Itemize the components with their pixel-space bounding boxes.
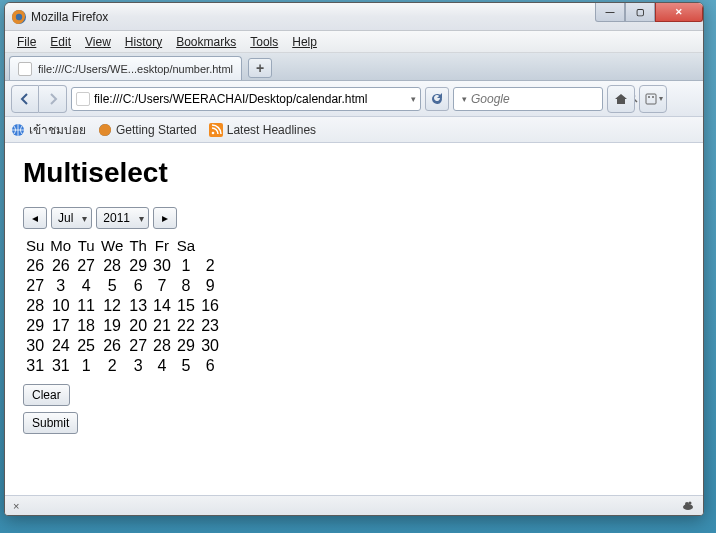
calendar-table: Su Mo Tu We Th Fr Sa 2626272829301227345… — [23, 235, 222, 376]
calendar-cell[interactable]: 28 — [23, 296, 47, 316]
calendar-cell[interactable]: 5 — [98, 276, 126, 296]
calendar-cell[interactable]: 3 — [126, 356, 150, 376]
bookmark-item-frequent[interactable]: เข้าชมบ่อย — [11, 120, 86, 139]
calendar-cell[interactable]: 3 — [47, 276, 74, 296]
clear-button[interactable]: Clear — [23, 384, 70, 406]
svg-point-14 — [211, 131, 214, 134]
url-bar[interactable]: ▾ — [71, 87, 421, 111]
calendar-cell[interactable]: 7 — [150, 276, 174, 296]
calendar-cell[interactable]: 26 — [47, 256, 74, 276]
calendar-cell[interactable]: 26 — [98, 336, 126, 356]
calendar-cell[interactable]: 6 — [198, 356, 222, 376]
calendar-cell[interactable]: 24 — [47, 336, 74, 356]
menu-file[interactable]: File — [11, 34, 42, 50]
calendar-cell[interactable]: 4 — [150, 356, 174, 376]
calendar-cell[interactable]: 30 — [198, 336, 222, 356]
menu-bar: File Edit View History Bookmarks Tools H… — [5, 31, 703, 53]
tab-bar: file:///C:/Users/WE...esktop/number.html… — [5, 53, 703, 81]
calendar-cell[interactable]: 29 — [174, 336, 198, 356]
search-input[interactable] — [471, 92, 622, 106]
dow-fr: Fr — [150, 235, 174, 256]
home-button[interactable] — [607, 85, 635, 113]
search-dropdown-icon[interactable]: ▾ — [462, 94, 467, 104]
calendar-cell[interactable]: 21 — [150, 316, 174, 336]
rss-icon — [209, 123, 223, 137]
calendar-cell[interactable]: 4 — [74, 276, 98, 296]
next-month-button[interactable]: ▸ — [153, 207, 177, 229]
svg-point-10 — [652, 96, 654, 98]
calendar-cell[interactable]: 25 — [74, 336, 98, 356]
menu-history[interactable]: History — [119, 34, 168, 50]
year-select[interactable]: 2011 — [96, 207, 149, 229]
calendar-cell[interactable]: 22 — [174, 316, 198, 336]
firefox-icon — [98, 123, 112, 137]
calendar-cell[interactable]: 29 — [126, 256, 150, 276]
menu-edit[interactable]: Edit — [44, 34, 77, 50]
calendar-cell[interactable]: 23 — [198, 316, 222, 336]
calendar-cell[interactable]: 20 — [126, 316, 150, 336]
minimize-button[interactable]: — — [595, 2, 625, 22]
calendar-cell[interactable]: 6 — [126, 276, 150, 296]
svg-point-9 — [648, 96, 650, 98]
status-left[interactable]: × — [13, 500, 19, 512]
calendar-cell[interactable]: 11 — [74, 296, 98, 316]
calendar-cell[interactable]: 17 — [47, 316, 74, 336]
close-button[interactable]: ✕ — [655, 2, 703, 22]
site-icon — [76, 92, 90, 106]
globe-icon — [11, 123, 25, 137]
calendar-cell[interactable]: 13 — [126, 296, 150, 316]
maximize-button[interactable]: ▢ — [625, 2, 655, 22]
submit-button[interactable]: Submit — [23, 412, 78, 434]
calendar-cell[interactable]: 1 — [74, 356, 98, 376]
calendar-row: 2917181920212223 — [23, 316, 222, 336]
svg-point-1 — [16, 13, 22, 19]
calendar-row: 2810111213141516 — [23, 296, 222, 316]
month-select[interactable]: Jul — [51, 207, 92, 229]
calendar-cell[interactable]: 2 — [198, 256, 222, 276]
calendar-cell[interactable]: 27 — [74, 256, 98, 276]
calendar-cell[interactable]: 30 — [150, 256, 174, 276]
calendar-cell[interactable]: 31 — [47, 356, 74, 376]
calendar-cell[interactable]: 28 — [150, 336, 174, 356]
calendar-cell[interactable]: 15 — [174, 296, 198, 316]
calendar-cell[interactable]: 8 — [174, 276, 198, 296]
calendar-cell[interactable]: 16 — [198, 296, 222, 316]
menu-view[interactable]: View — [79, 34, 117, 50]
calendar-cell[interactable]: 19 — [98, 316, 126, 336]
status-bar: × — [5, 495, 703, 515]
menu-tools[interactable]: Tools — [244, 34, 284, 50]
browser-tab[interactable]: file:///C:/Users/WE...esktop/number.html — [9, 56, 242, 80]
new-tab-button[interactable]: + — [248, 58, 272, 78]
calendar-cell[interactable]: 18 — [74, 316, 98, 336]
calendar-cell[interactable]: 10 — [47, 296, 74, 316]
prev-month-button[interactable]: ◂ — [23, 207, 47, 229]
bookmark-item-latest-headlines[interactable]: Latest Headlines — [209, 123, 316, 137]
forward-button[interactable] — [39, 85, 67, 113]
calendar-cell[interactable]: 27 — [126, 336, 150, 356]
calendar-cell[interactable]: 12 — [98, 296, 126, 316]
calendar-cell[interactable]: 1 — [174, 256, 198, 276]
search-box[interactable]: ▾ — [453, 87, 603, 111]
calendar-cell[interactable]: 5 — [174, 356, 198, 376]
calendar-cell[interactable]: 9 — [198, 276, 222, 296]
menu-bookmarks[interactable]: Bookmarks — [170, 34, 242, 50]
url-dropdown-icon[interactable]: ▾ — [411, 94, 416, 104]
calendar-cell[interactable]: 29 — [23, 316, 47, 336]
bookmarks-bar: เข้าชมบ่อย Getting Started Latest Headli… — [5, 117, 703, 143]
nav-toolbar: ▾ ▾ ▾ — [5, 81, 703, 117]
titlebar[interactable]: Mozilla Firefox — ▢ ✕ — [5, 3, 703, 31]
reload-button[interactable] — [425, 87, 449, 111]
calendar-cell[interactable]: 14 — [150, 296, 174, 316]
calendar-cell[interactable]: 31 — [23, 356, 47, 376]
bookmarks-button[interactable]: ▾ — [639, 85, 667, 113]
url-input[interactable] — [94, 92, 407, 106]
calendar-cell[interactable]: 2 — [98, 356, 126, 376]
bookmark-item-getting-started[interactable]: Getting Started — [98, 123, 197, 137]
back-button[interactable] — [11, 85, 39, 113]
calendar-cell[interactable]: 30 — [23, 336, 47, 356]
calendar-cell[interactable]: 26 — [23, 256, 47, 276]
menu-help[interactable]: Help — [286, 34, 323, 50]
calendar-cell[interactable]: 28 — [98, 256, 126, 276]
calendar-cell[interactable]: 27 — [23, 276, 47, 296]
svg-rect-8 — [646, 94, 656, 104]
